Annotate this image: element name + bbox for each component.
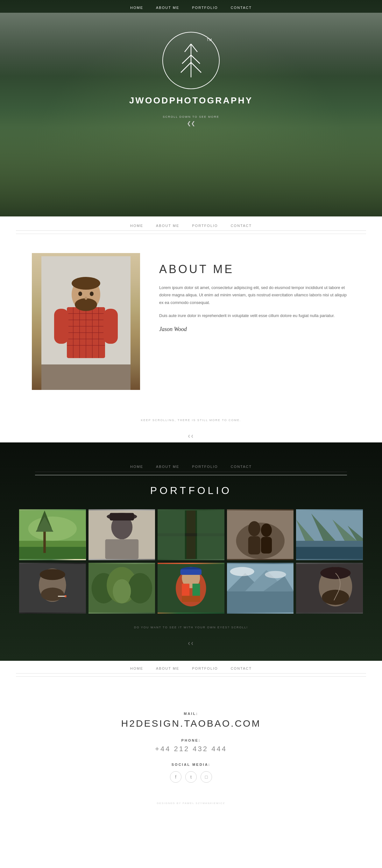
- svg-rect-76: [182, 584, 189, 596]
- portfolio-item-4[interactable]: [227, 509, 294, 560]
- svg-point-22: [72, 277, 100, 290]
- portfolio-grid-row1: [19, 509, 363, 560]
- svg-rect-33: [43, 529, 46, 553]
- svg-point-51: [261, 524, 272, 537]
- portfolio-item-8[interactable]: [158, 563, 224, 614]
- portfolio-item-2[interactable]: [89, 509, 155, 560]
- hero-nav-portfolio[interactable]: PORTFOLIO: [192, 6, 218, 9]
- portfolio-nav-about[interactable]: ABOUT ME: [156, 465, 179, 468]
- contact-nav-line: HOME ABOUT ME PORTFOLIO CONTACT: [0, 661, 382, 677]
- mail-label: MAIL:: [32, 712, 350, 716]
- svg-rect-65: [65, 595, 67, 597]
- phone-label: PHONE:: [32, 739, 350, 742]
- portfolio-section: HOME ABOUT ME PORTFOLIO CONTACT PORTFOLI…: [0, 442, 382, 661]
- about-signature: Jason Wood: [159, 326, 350, 333]
- svg-rect-75: [181, 569, 202, 575]
- brand-name-bold: JWOOD: [129, 95, 169, 105]
- hero-nav-about[interactable]: ABOUT ME: [156, 6, 179, 9]
- about-photo: [32, 253, 140, 390]
- svg-rect-55: [296, 547, 363, 559]
- portfolio-nav: HOME ABOUT ME PORTFOLIO CONTACT: [19, 462, 363, 472]
- hero-nav-wrapper: HOME ABOUT ME PORTFOLIO CONTACT: [0, 0, 382, 13]
- portfolio-item-10[interactable]: [296, 563, 363, 614]
- portfolio-item-6[interactable]: [19, 563, 86, 614]
- instagram-icon[interactable]: □: [200, 771, 212, 783]
- footer-credit: DESIGNED BY PAWEL SZYMANKIEWICZ: [32, 796, 350, 808]
- portfolio-nav-portfolio[interactable]: PORTFOLIO: [192, 465, 218, 468]
- brand-name-light: PHOTOGRAPHY: [169, 95, 253, 105]
- svg-rect-45: [158, 510, 185, 559]
- brand-name: JWOODPHOTOGRAPHY: [129, 95, 253, 106]
- svg-rect-77: [193, 584, 200, 596]
- portfolio-nav-home[interactable]: HOME: [130, 465, 143, 468]
- svg-rect-8: [41, 365, 130, 390]
- svg-rect-31: [19, 547, 86, 559]
- contact-content: MAIL: H2DESIGN.TAOBAO.COM PHONE: +44 212…: [32, 696, 350, 783]
- hero-nav-home[interactable]: HOME: [130, 6, 143, 9]
- logo-tree-icon: [175, 41, 207, 80]
- twitter-icon[interactable]: t: [185, 771, 197, 783]
- svg-rect-52: [261, 537, 272, 554]
- svg-line-4: [191, 55, 200, 64]
- svg-rect-27: [54, 309, 68, 344]
- portfolio-item-1[interactable]: [19, 509, 86, 560]
- svg-point-69: [128, 573, 152, 603]
- portfolio-title: PORTFOLIO: [19, 485, 363, 497]
- hero-content: TM JWOODPHOTOGRAPHY: [129, 32, 253, 126]
- about-content: ABOUT ME Lorem ipsum dolor sit amet, con…: [159, 253, 350, 333]
- portfolio-item-7[interactable]: [89, 563, 155, 614]
- svg-point-70: [113, 579, 131, 603]
- scroll-down-icon: ❮❮: [187, 120, 195, 126]
- svg-line-2: [191, 44, 197, 52]
- svg-point-32: [28, 517, 77, 541]
- portfolio-item-9[interactable]: [227, 563, 294, 614]
- portfolio-nav-line: HOME ABOUT ME PORTFOLIO CONTACT: [19, 462, 363, 475]
- svg-line-1: [185, 44, 191, 52]
- portfolio-nav-wrapper: HOME ABOUT ME PORTFOLIO CONTACT: [19, 462, 363, 475]
- about-nav-contact[interactable]: CONTACT: [231, 224, 252, 227]
- person-silhouette-icon: [41, 256, 130, 390]
- hero-nav-contact[interactable]: CONTACT: [231, 6, 252, 9]
- portfolio-grid-row2: [19, 563, 363, 614]
- svg-rect-50: [248, 536, 260, 555]
- svg-point-24: [78, 291, 82, 296]
- social-media-label: SOCIAL MEDIA:: [32, 763, 350, 767]
- portfolio-scroll-icon: ❮❮: [19, 632, 363, 648]
- svg-rect-28: [103, 309, 118, 344]
- svg-rect-46: [197, 510, 224, 559]
- contact-nav-contact[interactable]: CONTACT: [231, 666, 252, 670]
- contact-nav-portfolio[interactable]: PORTFOLIO: [192, 666, 218, 670]
- about-nav-about[interactable]: ABOUT ME: [156, 224, 179, 227]
- about-nav-home[interactable]: HOME: [130, 224, 143, 227]
- contact-nav-about[interactable]: ABOUT ME: [156, 666, 179, 670]
- portfolio-item-5[interactable]: [296, 509, 363, 560]
- about-nav-portfolio[interactable]: PORTFOLIO: [192, 224, 218, 227]
- scroll-down-text: SCROLL DOWN TO SEE MORE: [163, 115, 219, 118]
- svg-rect-80: [227, 591, 294, 613]
- svg-point-25: [90, 291, 94, 296]
- about-paragraph-1: Lorem ipsum dolor sit amet, consectetur …: [159, 284, 350, 306]
- about-paragraph-2: Duis aute irure dolor in reprehenderit i…: [159, 312, 350, 319]
- svg-rect-78: [182, 596, 200, 602]
- svg-point-85: [265, 571, 286, 578]
- keep-scrolling-text: KEEP SCROLLING, THERE IS STILL MORE TO C…: [0, 409, 382, 425]
- contact-nav-wrapper: HOME ABOUT ME PORTFOLIO CONTACT: [0, 661, 382, 677]
- svg-rect-40: [109, 513, 134, 520]
- contact-nav-home[interactable]: HOME: [130, 666, 143, 670]
- contact-email[interactable]: H2DESIGN.TAOBAO.COM: [32, 718, 350, 729]
- svg-point-63: [41, 588, 64, 601]
- about-nav-wrapper: HOME ABOUT ME PORTFOLIO CONTACT: [0, 216, 382, 234]
- keep-scrolling-icon: ❮❮: [0, 425, 382, 441]
- about-nav-line: HOME ABOUT ME PORTFOLIO CONTACT: [0, 218, 382, 234]
- portfolio-item-3[interactable]: [158, 509, 224, 560]
- portfolio-nav-contact[interactable]: CONTACT: [231, 465, 252, 468]
- about-nav: HOME ABOUT ME PORTFOLIO CONTACT: [0, 218, 382, 231]
- keep-scrolling-wrapper: KEEP SCROLLING, THERE IS STILL MORE TO C…: [0, 403, 382, 442]
- about-section: ABOUT ME Lorem ipsum dolor sit amet, con…: [0, 234, 382, 403]
- svg-point-84: [230, 567, 254, 576]
- svg-point-49: [248, 521, 260, 536]
- facebook-icon[interactable]: f: [170, 771, 182, 783]
- svg-line-3: [182, 55, 191, 64]
- about-title: ABOUT ME: [159, 262, 350, 276]
- contact-section: MAIL: H2DESIGN.TAOBAO.COM PHONE: +44 212…: [0, 677, 382, 824]
